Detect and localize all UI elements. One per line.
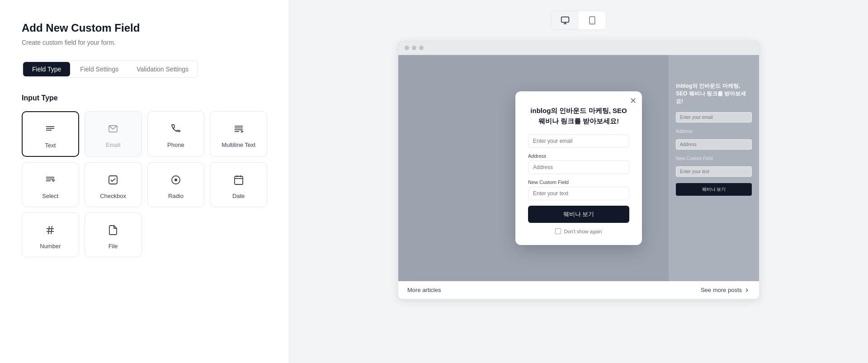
svg-rect-22 bbox=[561, 17, 569, 23]
svg-rect-25 bbox=[590, 17, 595, 24]
field-card-radio[interactable]: Radio bbox=[147, 162, 205, 207]
modal-close-button[interactable]: ✕ bbox=[630, 97, 637, 105]
mobile-view-button[interactable] bbox=[579, 11, 606, 29]
side-preview-address-label: Address bbox=[676, 129, 752, 134]
tabs-container: Field Type Field Settings Validation Set… bbox=[22, 61, 198, 78]
footer-see-more-posts[interactable]: See more posts bbox=[701, 287, 750, 293]
modal-dont-show-label: Don't show again bbox=[564, 229, 602, 234]
side-preview-title: inblog의 인바운드 마케팅, SEO 웨비나 링크를 받아보세요! bbox=[676, 82, 752, 105]
phone-icon bbox=[168, 121, 184, 137]
browser-content: ✕ inblog의 인바운드 마케팅, SEO 웨비나 링크를 받아보세요! A… bbox=[398, 55, 759, 281]
browser-dot-green bbox=[419, 46, 424, 50]
browser-dot-red bbox=[405, 46, 409, 50]
number-icon bbox=[42, 222, 58, 238]
svg-point-13 bbox=[175, 179, 177, 181]
multiline-icon bbox=[231, 121, 247, 137]
field-card-text[interactable]: Text bbox=[22, 111, 79, 157]
modal-submit-button[interactable]: 웨비나 보기 bbox=[528, 206, 629, 223]
field-card-checkbox-label: Checkbox bbox=[100, 193, 126, 199]
browser-mockup: ✕ inblog의 인바운드 마케팅, SEO 웨비나 링크를 받아보세요! A… bbox=[398, 41, 760, 299]
modal-overlay: ✕ inblog의 인바운드 마케팅, SEO 웨비나 링크를 받아보세요! A… bbox=[398, 55, 759, 281]
modal-title: inblog의 인바운드 마케팅, SEO 웨비나 링크를 받아보세요! bbox=[528, 106, 629, 126]
page-title: Add New Custom Field bbox=[22, 22, 267, 34]
email-icon bbox=[105, 121, 121, 137]
side-preview-email-input[interactable] bbox=[676, 112, 752, 123]
input-type-heading: Input Type bbox=[22, 94, 267, 102]
modal-dont-show-row: Don't show again bbox=[528, 228, 629, 234]
field-card-phone[interactable]: Phone bbox=[147, 111, 205, 157]
field-card-date-label: Date bbox=[232, 193, 245, 199]
date-icon bbox=[231, 172, 247, 188]
field-card-select-label: Select bbox=[42, 193, 58, 199]
tab-field-settings[interactable]: Field Settings bbox=[71, 61, 127, 77]
page-subtitle: Create custom field for your form. bbox=[22, 39, 267, 46]
tab-validation-settings[interactable]: Validation Settings bbox=[127, 61, 198, 77]
field-card-text-label: Text bbox=[45, 142, 56, 149]
side-preview-address-input[interactable] bbox=[676, 139, 752, 150]
side-preview-custom-input[interactable] bbox=[676, 166, 752, 177]
select-icon bbox=[42, 172, 58, 188]
modal-address-input[interactable] bbox=[528, 160, 629, 174]
left-panel: Add New Custom Field Create custom field… bbox=[0, 0, 289, 363]
footer-more-articles: More articles bbox=[407, 287, 441, 293]
field-card-email-label: Email bbox=[106, 141, 121, 148]
svg-line-21 bbox=[51, 226, 52, 234]
radio-icon bbox=[168, 172, 184, 188]
field-card-date[interactable]: Date bbox=[210, 162, 267, 207]
view-toggle bbox=[551, 11, 606, 30]
browser-footer: More articles See more posts bbox=[398, 281, 759, 299]
svg-line-20 bbox=[48, 226, 49, 234]
right-panel: ✕ inblog의 인바운드 마케팅, SEO 웨비나 링크를 받아보세요! A… bbox=[289, 0, 868, 363]
modal-address-label: Address bbox=[528, 153, 629, 159]
text-icon bbox=[42, 121, 58, 137]
field-card-number[interactable]: Number bbox=[22, 212, 79, 257]
field-card-phone-label: Phone bbox=[167, 141, 184, 148]
side-preview: inblog의 인바운드 마케팅, SEO 웨비나 링크를 받아보세요! Add… bbox=[669, 55, 759, 281]
field-card-multiline[interactable]: Multiline Text bbox=[210, 111, 267, 157]
field-card-checkbox[interactable]: Checkbox bbox=[85, 162, 142, 207]
browser-bar bbox=[398, 41, 759, 55]
checkbox-icon bbox=[105, 172, 121, 188]
svg-rect-14 bbox=[235, 176, 243, 184]
modal-dont-show-checkbox[interactable] bbox=[555, 228, 561, 234]
desktop-view-button[interactable] bbox=[552, 11, 579, 29]
side-preview-custom-label: New Custom Field bbox=[676, 156, 752, 161]
field-card-select[interactable]: Select bbox=[22, 162, 79, 207]
side-preview-submit-button[interactable]: 웨비나 보기 bbox=[676, 183, 752, 196]
modal-dialog: ✕ inblog의 인바운드 마케팅, SEO 웨비나 링크를 받아보세요! A… bbox=[515, 91, 642, 245]
browser-dot-yellow bbox=[412, 46, 416, 50]
field-card-file-label: File bbox=[108, 243, 118, 250]
svg-rect-11 bbox=[109, 176, 117, 184]
field-card-number-label: Number bbox=[40, 243, 61, 250]
field-card-file[interactable]: File bbox=[85, 212, 142, 257]
field-card-radio-label: Radio bbox=[168, 193, 184, 199]
field-card-email: Email bbox=[85, 111, 142, 157]
tab-field-type[interactable]: Field Type bbox=[23, 62, 70, 76]
file-icon bbox=[105, 222, 121, 238]
modal-custom-field-label: New Custom Field bbox=[528, 179, 629, 185]
modal-email-input[interactable] bbox=[528, 134, 629, 148]
modal-custom-field-input[interactable] bbox=[528, 187, 629, 200]
field-type-grid: Text Email Phone bbox=[22, 111, 267, 257]
field-card-multiline-label: Multiline Text bbox=[222, 141, 255, 148]
